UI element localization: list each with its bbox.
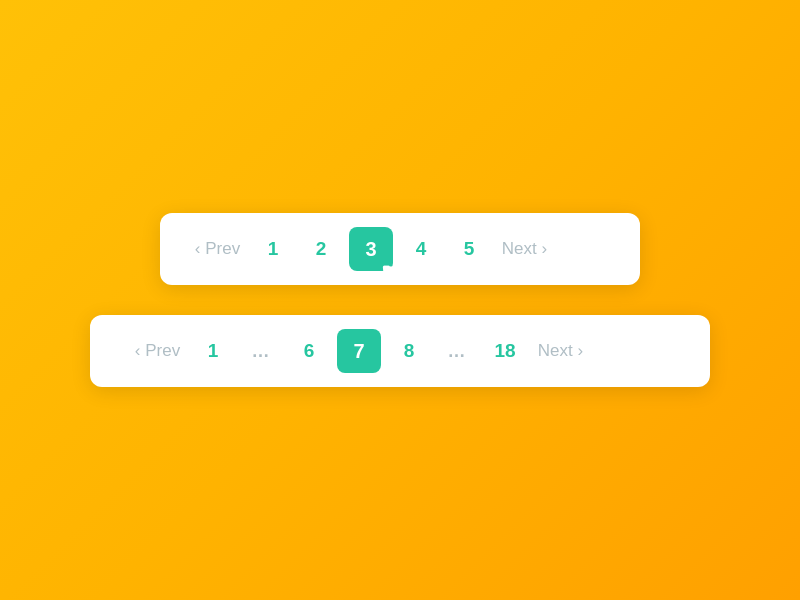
page-2-top[interactable]: 2 xyxy=(301,229,341,269)
pagination-top: ‹ Prev 1 2 3 ☛ 4 5 Next › xyxy=(160,213,640,285)
page-6-bottom[interactable]: 6 xyxy=(289,331,329,371)
page-18-bottom[interactable]: 18 xyxy=(485,331,525,371)
page-3-top-active[interactable]: 3 ☛ xyxy=(349,227,393,271)
next-button-bottom[interactable]: Next › xyxy=(533,331,588,371)
cursor-icon: ☛ xyxy=(381,259,401,285)
ellipsis-left-bottom: … xyxy=(241,331,281,371)
page-4-top[interactable]: 4 xyxy=(401,229,441,269)
next-button-top[interactable]: Next › xyxy=(497,229,552,269)
page-8-bottom[interactable]: 8 xyxy=(389,331,429,371)
page-1-top[interactable]: 1 xyxy=(253,229,293,269)
pagination-bottom: ‹ Prev 1 … 6 7 8 … 18 Next › xyxy=(90,315,710,387)
page-1-bottom[interactable]: 1 xyxy=(193,331,233,371)
prev-button-bottom[interactable]: ‹ Prev xyxy=(130,331,185,371)
prev-button-top[interactable]: ‹ Prev xyxy=(190,229,245,269)
ellipsis-right-bottom: … xyxy=(437,331,477,371)
page-7-bottom-active[interactable]: 7 xyxy=(337,329,381,373)
page-5-top[interactable]: 5 xyxy=(449,229,489,269)
